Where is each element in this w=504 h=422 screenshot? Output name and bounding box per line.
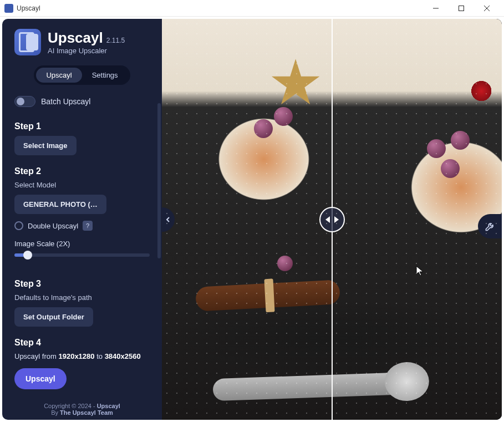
preview-decoration (195, 279, 340, 312)
mouse-cursor-icon (416, 266, 425, 277)
collapse-sidebar-button[interactable] (161, 207, 175, 232)
tab-upscayl[interactable]: Upscayl (36, 68, 82, 83)
batch-toggle[interactable] (14, 96, 35, 107)
step2-title: Step 2 (14, 166, 150, 176)
help-icon[interactable]: ? (83, 221, 93, 231)
resolution-summary: Upscayl from 1920x1280 to 3840x2560 (14, 352, 150, 360)
preview-decoration (451, 131, 470, 150)
double-upscayl-label: Double Upscayl (28, 222, 78, 230)
select-model-label: Select Model (14, 181, 150, 189)
model-dropdown[interactable]: GENERAL PHOTO (… (14, 195, 106, 214)
close-button[interactable] (474, 0, 500, 17)
titlebar: Upscayl (0, 0, 504, 17)
image-preview[interactable] (162, 19, 502, 420)
window-title: Upscayl (17, 4, 40, 12)
mode-tabs: Upscayl Settings (34, 65, 130, 85)
scale-slider[interactable] (14, 253, 150, 257)
footer-brand-link[interactable]: Upscayl (97, 403, 120, 409)
footer-team-link[interactable]: The Upscayl Team (60, 409, 113, 416)
step3-title: Step 3 (14, 279, 150, 289)
tab-settings[interactable]: Settings (82, 68, 128, 83)
batch-label: Batch Upscayl (41, 97, 90, 106)
upscayl-button[interactable]: Upscayl (14, 368, 67, 389)
preview-decoration (427, 139, 446, 158)
set-output-folder-button[interactable]: Set Output Folder (14, 307, 93, 327)
footer: Copyright © 2024 - Upscayl By The Upscay… (14, 403, 150, 416)
preview-decoration (277, 256, 293, 271)
comparison-slider-handle[interactable] (319, 207, 345, 232)
tools-button[interactable] (478, 214, 502, 238)
step1-title: Step 1 (14, 121, 150, 131)
preview-decoration (441, 159, 460, 178)
minimize-button[interactable] (423, 0, 449, 17)
scale-label: Image Scale (2X) (14, 240, 150, 248)
sidebar: Upscayl 2.11.5 AI Image Upscaler Upscayl… (2, 19, 162, 420)
select-image-button[interactable]: Select Image (14, 136, 77, 155)
app-subtitle: AI Image Upscaler (48, 47, 125, 55)
app-icon (4, 4, 13, 13)
maximize-button[interactable] (449, 0, 474, 17)
svg-rect-1 (459, 6, 464, 11)
app-name: Upscayl (48, 29, 103, 47)
preview-decoration (254, 119, 273, 138)
step4-title: Step 4 (14, 338, 150, 348)
step3-defaults: Defaults to Image's path (14, 293, 150, 302)
sidebar-scrollbar[interactable] (157, 103, 161, 258)
preview-decoration (212, 372, 413, 401)
preview-decoration (274, 107, 293, 126)
logo-icon (14, 29, 41, 55)
app-version: 2.11.5 (106, 37, 125, 44)
double-upscayl-checkbox[interactable] (14, 221, 23, 230)
